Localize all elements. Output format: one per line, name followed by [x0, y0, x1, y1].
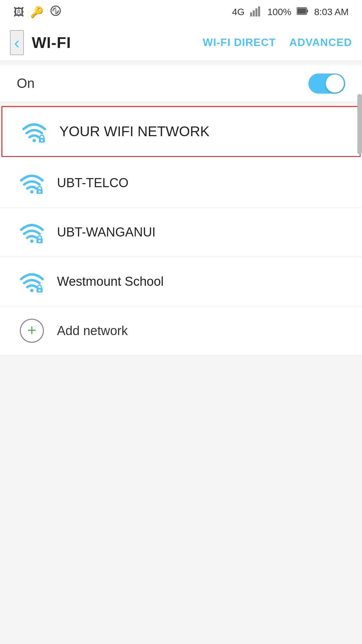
photo-icon: 🖼 [13, 6, 24, 18]
wifi-icon-ubt-telco [17, 168, 47, 198]
svg-rect-4 [255, 8, 257, 16]
svg-point-15 [30, 239, 34, 243]
back-button[interactable]: ‹ [10, 30, 24, 55]
svg-point-12 [30, 190, 34, 194]
wifi-icon-your [19, 116, 49, 147]
app-bar-actions: WI-FI DIRECT ADVANCED [203, 36, 352, 49]
wifi-icon-westmount [17, 266, 47, 297]
status-bar: 🖼 🔑 $ 4G 100% [0, 0, 362, 24]
network-item-your-wifi[interactable]: YOUR WIFI NETWORK [1, 106, 361, 157]
page-title: WI-FI [32, 34, 71, 52]
wifi-direct-button[interactable]: WI-FI DIRECT [203, 36, 276, 49]
wifi-toggle-row: On [0, 65, 362, 102]
add-network-label: Add network [57, 324, 128, 338]
app-bar: ‹ WI-FI WI-FI DIRECT ADVANCED [0, 24, 362, 61]
network-name-your-wifi: YOUR WIFI NETWORK [59, 123, 209, 140]
svg-rect-5 [258, 6, 260, 16]
add-circle-icon: + [20, 319, 44, 343]
signal-icon [250, 6, 262, 19]
network-item-ubt-telco[interactable]: UBT-TELCO [0, 158, 362, 208]
svg-rect-7 [307, 10, 308, 12]
plus-icon: + [27, 322, 37, 338]
toggle-knob [326, 74, 344, 93]
network-name-ubt-wanganui: UBT-WANGANUI [57, 225, 156, 239]
network-name-westmount: Westmount School [57, 274, 164, 289]
wifi-toggle-switch[interactable] [308, 73, 345, 94]
battery-icon [297, 7, 309, 17]
add-network-item[interactable]: + Add network [0, 306, 362, 356]
add-icon-wrap: + [17, 316, 47, 346]
svg-point-18 [30, 289, 34, 292]
advanced-button[interactable]: ADVANCED [289, 36, 352, 49]
status-right-group: 4G 100% 8:03 AM [232, 6, 349, 19]
network-name-ubt-telco: UBT-TELCO [57, 176, 128, 190]
svg-rect-11 [41, 140, 43, 141]
svg-rect-8 [297, 8, 306, 14]
svg-rect-2 [250, 12, 252, 16]
svg-rect-14 [39, 191, 41, 193]
svg-rect-20 [39, 289, 41, 291]
network-item-ubt-wanganui[interactable]: UBT-WANGANUI [0, 208, 362, 257]
svg-point-9 [33, 139, 36, 142]
svg-rect-17 [39, 240, 41, 242]
network-type-label: 4G [232, 7, 244, 17]
wifi-icon-ubt-wanganui [17, 217, 47, 247]
sync-icon: $ [50, 5, 62, 19]
battery-percent: 100% [267, 7, 292, 17]
network-list: YOUR WIFI NETWORK UBT-TELCO [0, 106, 362, 356]
svg-text:$: $ [55, 9, 57, 13]
network-item-westmount[interactable]: Westmount School [0, 257, 362, 306]
time-label: 8:03 AM [314, 7, 349, 17]
wifi-toggle-label: On [17, 76, 35, 91]
key-icon: 🔑 [30, 6, 44, 18]
status-left-icons: 🖼 🔑 $ [13, 0, 62, 24]
scroll-indicator [357, 94, 362, 154]
svg-rect-3 [253, 10, 255, 16]
